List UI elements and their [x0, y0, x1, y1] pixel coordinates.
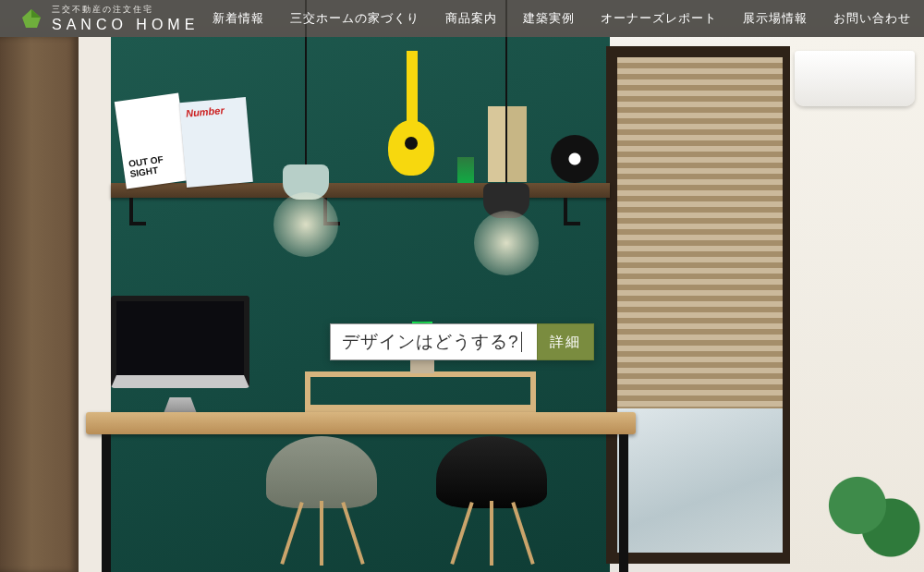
plant-icon	[457, 157, 474, 183]
ukulele-icon	[388, 120, 434, 176]
nav-link-owners[interactable]: オーナーズレポート	[588, 0, 730, 37]
window-glass	[617, 408, 783, 553]
top-nav-bar: 三交不動産の注文住宅 SANCO HOME 新着情報 三交ホームの家づくり 商品…	[0, 0, 924, 37]
record-icon	[551, 135, 599, 183]
desk-leg	[102, 434, 111, 572]
decor-box	[488, 106, 527, 182]
text-cursor-icon	[521, 332, 522, 352]
floor-plant	[813, 461, 924, 572]
brand-tagline: 三交不動産の注文住宅	[52, 4, 199, 16]
brand-block[interactable]: 三交不動産の注文住宅 SANCO HOME	[0, 4, 199, 33]
wood-door	[0, 37, 79, 572]
ukulele-neck	[407, 51, 418, 125]
hero-search-input[interactable]: デザインはどうする?	[330, 323, 537, 360]
imac-icon	[111, 296, 249, 388]
air-conditioner	[795, 51, 915, 106]
house-logo-icon	[20, 7, 43, 30]
brand-name: SANCO HOME	[52, 17, 199, 33]
window-blinds	[617, 57, 783, 408]
nav-link-showrooms[interactable]: 展示場情報	[730, 0, 821, 37]
hero-search-text: デザインはどうする?	[342, 330, 519, 354]
chair	[427, 399, 556, 556]
hero-detail-button[interactable]: 詳細	[537, 323, 594, 360]
svg-marker-1	[31, 9, 41, 18]
lamp-glow	[474, 211, 539, 275]
shelf-bracket	[129, 198, 146, 225]
nav-link-products[interactable]: 商品案内	[432, 0, 510, 37]
hero-background	[0, 0, 924, 572]
desk-leg	[619, 434, 628, 572]
hero-search: デザインはどうする? 詳細	[330, 323, 594, 360]
shelf-bracket	[564, 198, 580, 225]
main-nav: 新着情報 三交ホームの家づくり 商品案内 建築実例 オーナーズレポート 展示場情…	[200, 0, 924, 37]
window-frame	[606, 46, 794, 564]
nav-link-contact[interactable]: お問い合わせ	[821, 0, 924, 37]
chair	[257, 399, 386, 556]
nav-link-news[interactable]: 新着情報	[200, 0, 277, 37]
nav-link-building[interactable]: 三交ホームの家づくり	[277, 0, 432, 37]
decor-magazine	[179, 97, 253, 188]
nav-link-works[interactable]: 建築実例	[510, 0, 588, 37]
lamp-glow	[274, 192, 338, 257]
